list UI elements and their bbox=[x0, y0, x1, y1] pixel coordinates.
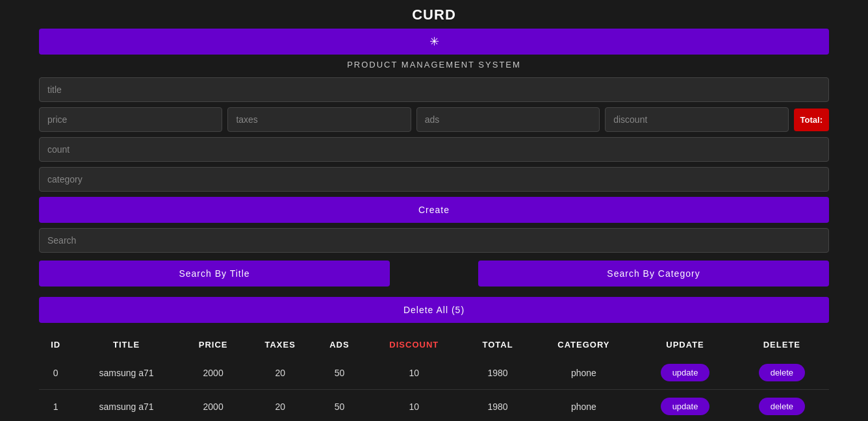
cell-ads: 50 bbox=[314, 356, 364, 390]
ads-input[interactable] bbox=[416, 107, 600, 132]
cell-update: update bbox=[635, 356, 734, 390]
app-subtitle: PRODUCT MANAGEMENT SYSTEM bbox=[39, 60, 829, 70]
delete-all-button[interactable]: Delete All (5) bbox=[39, 297, 829, 323]
delete-button[interactable]: delete bbox=[759, 364, 805, 381]
search-by-category-button[interactable]: Search By Category bbox=[478, 261, 829, 287]
col-price: PRICE bbox=[181, 333, 246, 356]
cell-title: samsung a71 bbox=[72, 356, 180, 390]
cell-update: update bbox=[635, 390, 734, 422]
col-discount: DISCOUNT bbox=[364, 333, 464, 356]
price-row: Total: bbox=[39, 107, 829, 132]
table-row: 1 samsung a71 2000 20 50 10 1980 phone u… bbox=[39, 390, 829, 422]
cell-ads: 50 bbox=[314, 390, 364, 422]
cell-price: 2000 bbox=[181, 390, 246, 422]
cell-price: 2000 bbox=[181, 356, 246, 390]
product-form: Total: Create Search By Title Search By … bbox=[39, 77, 829, 287]
discount-input[interactable] bbox=[605, 107, 788, 132]
col-taxes: TAXES bbox=[246, 333, 314, 356]
total-badge: Total: bbox=[794, 108, 829, 131]
cell-total: 1980 bbox=[464, 356, 532, 390]
category-input[interactable] bbox=[39, 167, 829, 192]
cell-total: 1980 bbox=[464, 390, 532, 422]
create-button[interactable]: Create bbox=[39, 197, 829, 223]
col-total: TOTAL bbox=[464, 333, 532, 356]
products-table-section: ID TITLE PRICE TAXES ADS DISCOUNT TOTAL … bbox=[39, 333, 829, 421]
taxes-input[interactable] bbox=[227, 107, 411, 132]
app-title: CURD bbox=[39, 6, 829, 23]
table-row: 0 samsung a71 2000 20 50 10 1980 phone u… bbox=[39, 356, 829, 390]
title-input[interactable] bbox=[39, 77, 829, 102]
cell-id: 1 bbox=[39, 390, 72, 422]
cell-title: samsung a71 bbox=[72, 390, 180, 422]
search-by-title-button[interactable]: Search By Title bbox=[39, 261, 390, 287]
update-button[interactable]: update bbox=[661, 364, 710, 381]
search-buttons-row: Search By Title Search By Category bbox=[39, 261, 829, 287]
col-ads: ADS bbox=[314, 333, 364, 356]
cell-discount: 10 bbox=[364, 390, 464, 422]
products-table: ID TITLE PRICE TAXES ADS DISCOUNT TOTAL … bbox=[39, 333, 829, 421]
cell-category: phone bbox=[531, 390, 635, 422]
count-input[interactable] bbox=[39, 137, 829, 162]
star-icon: ✳ bbox=[429, 34, 439, 49]
price-input[interactable] bbox=[39, 107, 222, 132]
cell-id: 0 bbox=[39, 356, 72, 390]
table-header-row: ID TITLE PRICE TAXES ADS DISCOUNT TOTAL … bbox=[39, 333, 829, 356]
search-input[interactable] bbox=[39, 228, 829, 253]
update-button[interactable]: update bbox=[661, 398, 710, 415]
cell-category: phone bbox=[531, 356, 635, 390]
cell-delete: delete bbox=[735, 356, 829, 390]
col-title: TITLE bbox=[72, 333, 180, 356]
cell-discount: 10 bbox=[364, 356, 464, 390]
delete-button[interactable]: delete bbox=[759, 398, 805, 415]
col-delete: DELETE bbox=[735, 333, 829, 356]
col-category: CATEGORY bbox=[531, 333, 635, 356]
cell-taxes: 20 bbox=[246, 390, 314, 422]
col-id: ID bbox=[39, 333, 72, 356]
col-update: UPDATE bbox=[635, 333, 734, 356]
cell-taxes: 20 bbox=[246, 356, 314, 390]
purple-bar: ✳ bbox=[39, 29, 829, 55]
cell-delete: delete bbox=[735, 390, 829, 422]
